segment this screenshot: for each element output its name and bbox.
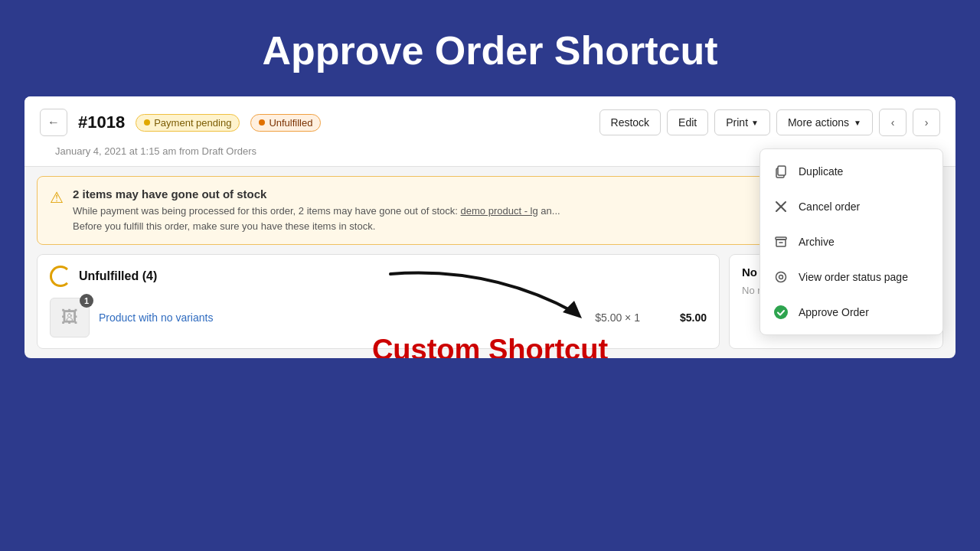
demo-product-link[interactable]: demo product - lg xyxy=(461,205,538,217)
payment-dot-icon xyxy=(144,119,150,126)
archive-icon xyxy=(773,233,789,250)
order-header-top: ← #1018 Payment pending Unfulfilled Rest… xyxy=(40,109,940,145)
back-button[interactable]: ← xyxy=(40,109,67,136)
dropdown-item-archive[interactable]: Archive xyxy=(760,224,942,259)
product-price: $5.00 × 1 xyxy=(595,311,640,324)
dropdown-item-approve[interactable]: Approve Order xyxy=(760,295,942,330)
edit-button[interactable]: Edit xyxy=(667,109,708,135)
order-header-left: ← #1018 Payment pending Unfulfilled xyxy=(40,109,321,136)
approve-label: Approve Order xyxy=(799,306,869,318)
dropdown-item-duplicate[interactable]: Duplicate xyxy=(760,154,942,189)
restock-button[interactable]: Restock xyxy=(599,109,662,135)
cancel-icon xyxy=(773,198,789,215)
more-actions-dropdown: Duplicate Cancel order Archive xyxy=(760,148,943,335)
cancel-label: Cancel order xyxy=(799,201,860,213)
more-actions-button[interactable]: More actions ▼ xyxy=(776,109,873,135)
svg-point-7 xyxy=(776,272,786,282)
unfulfilled-dot-icon xyxy=(259,119,265,126)
ui-card: ← #1018 Payment pending Unfulfilled Rest… xyxy=(24,96,956,358)
next-order-button[interactable]: › xyxy=(913,109,940,136)
product-total: $5.00 xyxy=(680,311,707,324)
unfulfilled-title: Unfulfilled (4) xyxy=(79,269,157,283)
page-title: Approve Order Shortcut xyxy=(0,0,980,96)
product-row: 🖼 1 Product with no variants $5.00 × 1 $… xyxy=(50,298,707,337)
more-actions-chevron-icon: ▼ xyxy=(854,119,861,127)
view-status-label: View order status page xyxy=(799,271,908,283)
dropdown-item-view-status[interactable]: View order status page xyxy=(760,259,942,295)
archive-label: Archive xyxy=(799,236,835,248)
view-icon xyxy=(773,269,789,285)
unfulfilled-card: Unfulfilled (4) 🖼 1 Product with no vari… xyxy=(37,254,720,349)
warning-title: 2 items may have gone out of stock xyxy=(73,187,560,201)
prev-order-button[interactable]: ‹ xyxy=(879,109,906,136)
svg-rect-1 xyxy=(778,166,786,175)
svg-point-9 xyxy=(774,305,788,319)
duplicate-icon xyxy=(773,163,789,180)
unfulfilled-spinner-icon xyxy=(50,266,71,287)
unfulfilled-badge: Unfulfilled xyxy=(250,114,321,132)
print-button[interactable]: Print ▼ xyxy=(714,109,770,135)
order-actions: Restock Edit Print ▼ More actions ▼ ‹ › xyxy=(599,109,940,136)
product-image-icon: 🖼 xyxy=(61,308,78,328)
payment-pending-badge: Payment pending xyxy=(136,114,240,132)
warning-icon: ⚠ xyxy=(50,188,64,233)
warning-text: While payment was being processed for th… xyxy=(73,204,560,233)
product-quantity-badge: 1 xyxy=(80,294,93,308)
print-chevron-icon: ▼ xyxy=(751,119,759,127)
dropdown-item-cancel[interactable]: Cancel order xyxy=(760,189,942,224)
product-name[interactable]: Product with no variants xyxy=(99,311,586,324)
warning-content: 2 items may have gone out of stock While… xyxy=(73,187,560,233)
unfulfilled-header: Unfulfilled (4) xyxy=(50,266,707,287)
product-image: 🖼 1 xyxy=(50,298,90,337)
svg-point-8 xyxy=(779,276,783,279)
duplicate-label: Duplicate xyxy=(799,165,843,178)
approve-icon xyxy=(773,304,789,321)
back-arrow-icon: ← xyxy=(47,116,60,129)
order-number: #1018 xyxy=(78,112,125,132)
